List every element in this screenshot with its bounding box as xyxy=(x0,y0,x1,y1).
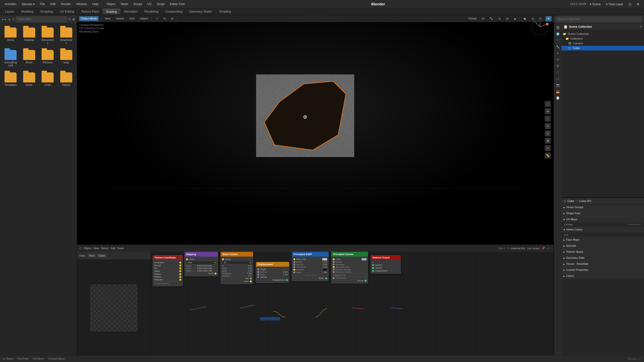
node-tc-uv-socket[interactable] xyxy=(179,267,181,269)
object-mode-dropdown[interactable]: Object Mode xyxy=(79,16,98,21)
vp-tool-select[interactable]: ⬚ xyxy=(545,101,551,107)
prop-icon-modifier[interactable]: 🔧 xyxy=(555,44,561,50)
file-browser-search-input[interactable] xyxy=(16,16,67,22)
section-vc-header[interactable]: ▾ Vertex Colors xyxy=(562,227,644,233)
nlp-open-btn[interactable]: Open xyxy=(97,254,106,258)
node-disp-scale-socket[interactable] xyxy=(257,274,259,276)
section-tissue-header[interactable]: ▸ Tissue - Tessellate xyxy=(562,261,644,267)
ne-view-btn[interactable]: View xyxy=(93,247,99,250)
prop-icon-render[interactable]: 📷 xyxy=(555,82,561,88)
vp-view-btn[interactable]: View xyxy=(103,16,112,21)
settings-icon[interactable]: ⚙ xyxy=(635,2,641,7)
section-normals-header[interactable]: ▸ Normals xyxy=(562,243,644,249)
vp-tool-transform[interactable]: ⊠ xyxy=(545,138,551,144)
ne-pin-icon[interactable]: 📌 xyxy=(542,247,545,250)
vp-select-btn[interactable]: Select xyxy=(114,16,126,21)
node-disp-normal-socket[interactable] xyxy=(257,276,259,278)
folder-ue5[interactable]: UnrealEngine5 xyxy=(3,49,18,68)
node-pvol-temp-socket[interactable] xyxy=(333,277,335,279)
folder-music[interactable]: Music xyxy=(21,49,37,68)
view-layer-dropdown[interactable]: ▾ View Layer xyxy=(605,2,625,7)
activities-button[interactable]: Activities xyxy=(3,2,18,6)
vp-object-btn[interactable]: Object xyxy=(138,16,150,21)
fb-up-icon[interactable]: ▲ xyxy=(8,17,11,21)
tree-scene-collection[interactable]: 📁 Scene Collection xyxy=(562,32,644,36)
section-uv-header[interactable]: ▾ UV Maps xyxy=(562,217,644,222)
node-mapping-type-dropdown[interactable]: Point xyxy=(186,261,216,264)
vp-orientation-dropdown[interactable]: Global xyxy=(466,16,478,21)
window-menu[interactable]: Window xyxy=(75,2,88,6)
node-noise-vec-socket[interactable] xyxy=(222,258,224,260)
node-disp-midlevel-socket[interactable] xyxy=(257,271,259,273)
vp-wireframe-mode[interactable]: ◎ xyxy=(530,16,536,21)
tab-texture-paint[interactable]: Texture Paint xyxy=(78,9,102,14)
uv-submenu[interactable]: UV xyxy=(146,2,153,6)
tab-shading[interactable]: Shading xyxy=(102,9,120,14)
vp-tool-annotate[interactable]: ✏ xyxy=(545,145,551,151)
prop-icon-material[interactable]: ⬡ xyxy=(555,76,561,82)
scene-dropdown[interactable]: ▾ Scene xyxy=(588,2,602,7)
node-texture-coordinate[interactable]: Texture Coordinate Generated Normal UV xyxy=(152,255,183,286)
node-displacement[interactable]: Displacement Height Midlevel 0.000 xyxy=(256,262,289,283)
node-noise-texture[interactable]: Noise Texture Vector 3D W 0.00 xyxy=(220,252,253,284)
right-panel-search-input[interactable] xyxy=(556,16,642,22)
folder-home[interactable]: Home xyxy=(3,26,18,46)
edit-menu[interactable]: Edit xyxy=(49,2,57,6)
folder-documents[interactable]: Documents xyxy=(40,26,56,46)
folder-unity[interactable]: Unity xyxy=(40,71,56,88)
node-mapping[interactable]: Mapping Vector Point Vector xyxy=(184,252,218,276)
node-matout-surface-socket[interactable] xyxy=(372,264,374,266)
node-noise-color-socket[interactable] xyxy=(250,280,252,282)
node-pvol-density-socket[interactable] xyxy=(333,261,335,263)
tab-sculpting[interactable]: Sculpting xyxy=(37,9,56,14)
ne-object-btn[interactable]: Object xyxy=(84,247,91,250)
ne-material-icon[interactable]: ⬡ xyxy=(507,247,509,250)
folder-snap[interactable]: snap xyxy=(58,49,74,68)
editor-font-submenu[interactable]: Editor Font xyxy=(168,2,186,6)
vp-overlays-toggle[interactable]: ⊚ xyxy=(504,16,510,21)
node-matout-disp-socket[interactable] xyxy=(372,270,374,272)
node-tc-window-socket[interactable] xyxy=(179,276,181,278)
section-vertex-groups-header[interactable]: ▸ Vertex Groups xyxy=(562,204,644,210)
section-shape-keys-header[interactable]: ▸ Shape Keys xyxy=(562,211,644,216)
prop-icon-object[interactable]: ◻ xyxy=(555,69,561,75)
section-cp-header[interactable]: ▸ Custom Properties xyxy=(562,267,644,273)
preferences-icon[interactable]: ⊡ xyxy=(628,2,632,7)
tab-scripting[interactable]: Scripting xyxy=(216,9,234,14)
nlp-view-btn[interactable]: View xyxy=(79,254,85,257)
section-ts-header[interactable]: ▸ Texture Space xyxy=(562,249,644,255)
node-pvol-color-swatch[interactable] xyxy=(362,258,366,260)
vp-tool-measure[interactable]: 📏 xyxy=(545,152,551,159)
vp-rendered-mode[interactable]: ☀ xyxy=(546,16,552,21)
blender-menu[interactable]: Blender ▾ xyxy=(21,2,36,7)
node-pbsdf-emission-swatch[interactable] xyxy=(322,269,327,271)
node-mapping-type-select[interactable]: Point xyxy=(186,261,216,264)
folder-desktop[interactable]: Desktop xyxy=(21,26,37,46)
node-pbsdf-alpha-socket[interactable] xyxy=(293,271,295,273)
tree-camera[interactable]: 📷 Camera xyxy=(562,41,644,46)
node-tc-instancer[interactable]: ☐ From Instancer xyxy=(154,282,181,285)
node-tc-reflection-socket[interactable] xyxy=(179,279,181,281)
fb-grid-view-icon[interactable]: ⊞ xyxy=(72,17,75,21)
node-pbsdf-color-socket[interactable] xyxy=(293,258,295,260)
tab-geometry-nodes[interactable]: Geometry Nodes xyxy=(186,9,215,14)
mesh-submenu[interactable]: Mesh xyxy=(120,2,130,6)
node-tc-object-socket[interactable] xyxy=(179,270,181,272)
vp-rotate-tool[interactable]: ↻ xyxy=(162,16,167,21)
fb-back-icon[interactable]: ◂ xyxy=(2,17,4,21)
ne-zoom-in[interactable]: + xyxy=(547,247,548,250)
prop-icon-scene[interactable]: 🎬 xyxy=(555,25,561,31)
node-mapping-vector-in[interactable] xyxy=(186,258,188,260)
prop-icon-constraints[interactable]: ⛓ xyxy=(555,63,561,69)
vp-add-btn[interactable]: Add xyxy=(128,16,136,21)
vp-pivot-dropdown[interactable]: ⊕ xyxy=(480,16,486,21)
vp-tool-rotate[interactable]: ↻ xyxy=(545,123,551,129)
vp-material-mode[interactable]: ⬡ xyxy=(538,16,544,21)
node-material-output[interactable]: Material Output All Surface Volume xyxy=(371,255,401,274)
prop-icon-object-data[interactable]: ▽ xyxy=(555,37,561,43)
ne-zoom-out[interactable]: - xyxy=(550,247,552,250)
vp-xray-toggle[interactable]: ◈ xyxy=(512,16,518,21)
vp-solid-mode[interactable]: ◉ xyxy=(522,16,528,21)
prop-icon-physics[interactable]: ⊛ xyxy=(555,57,561,63)
node-pvol-bb-socket[interactable] xyxy=(333,271,335,273)
